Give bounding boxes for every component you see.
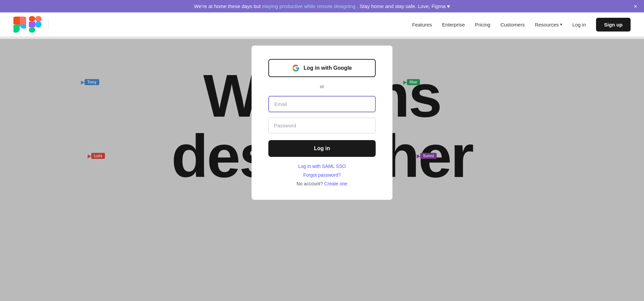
svg-rect-2: [29, 22, 35, 27]
google-icon: [292, 64, 300, 72]
nav-features[interactable]: Features: [412, 22, 432, 27]
or-divider: or: [320, 84, 324, 89]
nav-signup-button[interactable]: Sign up: [596, 18, 631, 32]
navbar-nav: Features Enterprise Pricing Customers Re…: [412, 18, 631, 32]
svg-rect-3: [29, 27, 35, 33]
password-input[interactable]: [268, 118, 376, 133]
login-modal: Log in with Google or Log in Log in with…: [252, 46, 392, 200]
banner-link[interactable]: staying productive while remote designin…: [262, 3, 356, 9]
logo[interactable]: [13, 15, 42, 34]
nav-login[interactable]: Log in: [572, 22, 586, 27]
figma-logo-svg: [13, 15, 26, 34]
banner-text-before: We're at home these days but: [194, 3, 262, 9]
login-submit-button[interactable]: Log in: [268, 140, 376, 157]
modal-overlay: Log in with Google or Log in Log in with…: [0, 39, 644, 301]
google-button-label: Log in with Google: [304, 65, 352, 71]
create-account-link[interactable]: Create one: [324, 181, 347, 186]
forgot-password-link[interactable]: Forgot password?: [303, 172, 341, 178]
no-account-text: No account? Create one: [297, 181, 347, 186]
chevron-down-icon: ▾: [560, 22, 562, 27]
email-group: [268, 96, 376, 112]
svg-rect-1: [35, 16, 42, 22]
nav-pricing[interactable]: Pricing: [475, 22, 490, 27]
saml-sso-link[interactable]: Log in with SAML SSO: [298, 164, 346, 169]
nav-resources[interactable]: Resources ▾: [535, 22, 562, 27]
email-input[interactable]: [268, 96, 376, 112]
google-login-button[interactable]: Log in with Google: [268, 59, 376, 77]
figma-logo-icon: [29, 16, 42, 33]
navbar-divider: [48, 19, 49, 29]
nav-customers[interactable]: Customers: [500, 22, 525, 27]
banner-close-button[interactable]: ×: [634, 3, 637, 10]
password-group: [268, 118, 376, 133]
svg-point-4: [35, 21, 42, 27]
nav-enterprise[interactable]: Enterprise: [442, 22, 465, 27]
banner-text-after: . Stay home and stay safe. Love, Figma ♥: [357, 3, 450, 9]
svg-rect-0: [29, 16, 35, 22]
announcement-banner: We're at home these days but staying pro…: [0, 0, 644, 12]
navbar: Features Enterprise Pricing Customers Re…: [0, 12, 644, 37]
